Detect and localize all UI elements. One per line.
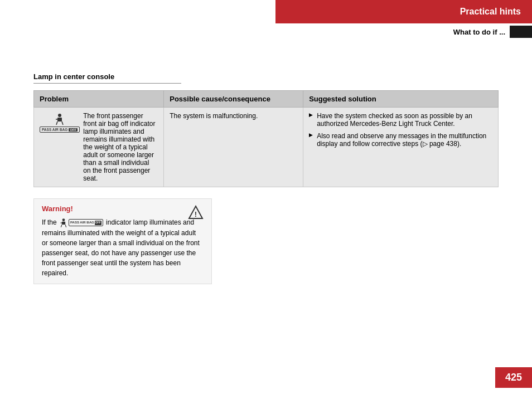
what-to-do-bar: What to do if ... [275,23,532,40]
problem-cell-inner: PASS AIR BAG OFF The front passenger fro… [40,112,158,182]
problem-description: The front passenger front air bag off in… [83,112,158,182]
header-section: Practical hints What to do if ... [275,0,532,40]
warning-title: Warning! [42,205,204,213]
svg-rect-1 [57,118,62,121]
main-content: Lamp in center console Problem Possible … [33,72,499,284]
what-to-do-black-box [510,26,532,38]
page-number-box: 425 [495,367,532,388]
problem-cell: PASS AIR BAG OFF The front passenger fro… [34,108,164,187]
warning-text-part1: If the [42,218,57,226]
inline-person-icon [60,218,67,228]
warning-triangle-icon: ! [188,205,204,220]
col-header-cause: Possible cause/consequence [164,91,303,108]
svg-line-9 [65,225,66,227]
practical-hints-title: Practical hints [460,7,521,16]
warning-box: Warning! ! If the PASS AIR BAG OFF [33,198,212,284]
solution-item-1: Have the system checked as soon as possi… [309,112,492,128]
page-number: 425 [505,372,522,383]
solution-cell: Have the system checked as soon as possi… [303,108,499,187]
col-header-solution: Suggested solution [303,91,499,108]
svg-line-8 [61,225,62,227]
off-badge: OFF [69,128,78,132]
practical-hints-bar: Practical hints [275,0,532,23]
person-seat-icon [55,113,65,125]
warning-text: If the PASS AIR BAG OFF indicator lamp i… [42,217,204,278]
airbag-icon-wrapper: PASS AIR BAG OFF [40,113,80,133]
svg-point-6 [62,218,65,221]
svg-line-2 [56,121,57,125]
svg-rect-7 [62,221,65,224]
pass-airbag-badge: PASS AIR BAG OFF [40,126,80,133]
what-to-do-text: What to do if ... [453,28,510,36]
solution-item-2: Also read and observe any messages in th… [309,132,492,148]
inline-off-badge: OFF [95,221,101,225]
inline-pass-badge: PASS AIR BAG OFF [69,219,103,226]
svg-point-0 [58,114,61,117]
problem-table: Problem Possible cause/consequence Sugge… [33,90,499,187]
svg-line-3 [62,121,63,125]
cause-cell: The system is malfunctioning. [164,108,303,187]
col-header-problem: Problem [34,91,164,108]
inline-airbag-icon: PASS AIR BAG OFF [60,218,103,228]
section-heading: Lamp in center console [33,72,181,84]
svg-text:!: ! [195,210,197,218]
solution-list: Have the system checked as soon as possi… [309,112,492,148]
table-row: PASS AIR BAG OFF The front passenger fro… [34,108,499,187]
